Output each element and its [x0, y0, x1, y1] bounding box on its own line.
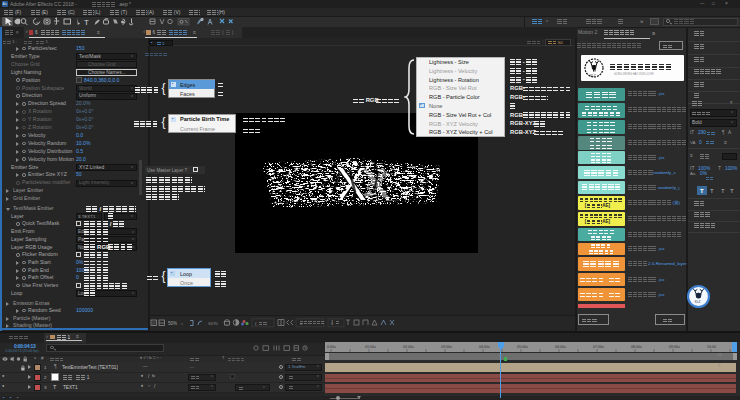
svg-text:10:00: 10:00	[707, 345, 716, 349]
svg-text:50%: 50%	[168, 321, 177, 326]
svg-text:05:00s: 05:00s	[517, 345, 528, 349]
svg-text:01:00s: 01:00s	[365, 345, 376, 349]
svg-text:06:00s: 06:00s	[555, 345, 566, 349]
svg-text:0:00s: 0:00s	[327, 345, 336, 349]
svg-text:04:00s: 04:00s	[479, 345, 490, 349]
svg-text:v: v	[181, 322, 183, 326]
svg-text:07:00s: 07:00s	[593, 345, 604, 349]
svg-text:3070: 3070	[208, 321, 218, 326]
svg-text:XLZ: XLZ	[590, 74, 596, 78]
svg-text:02:00s: 02:00s	[403, 345, 414, 349]
svg-text:T: T	[84, 18, 89, 27]
svg-text:09:00s: 09:00s	[669, 345, 680, 349]
svg-text:03:00s: 03:00s	[441, 345, 452, 349]
svg-text:08:00s: 08:00s	[631, 345, 642, 349]
svg-text:XLZ: XLZ	[695, 300, 701, 304]
svg-text:(: (	[255, 321, 257, 326]
